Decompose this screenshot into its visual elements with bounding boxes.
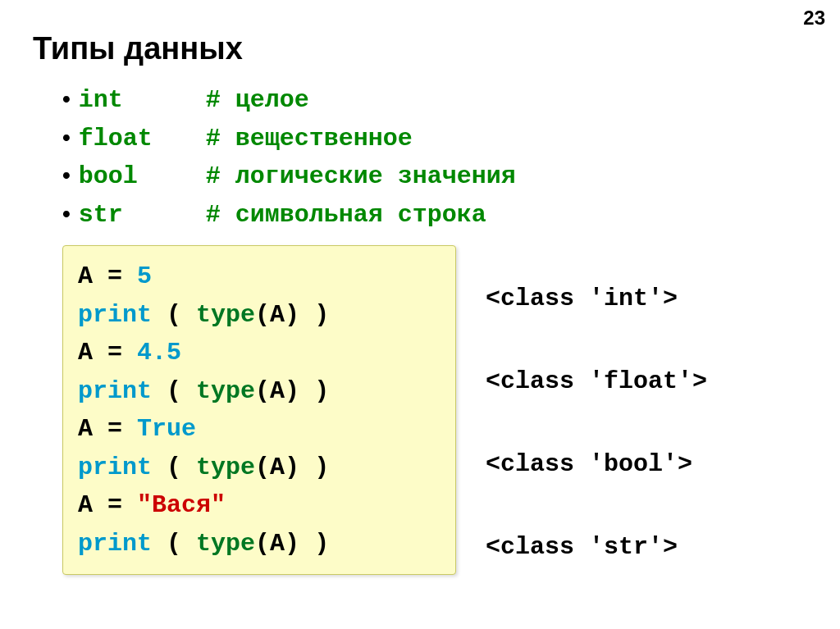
output-line: <class 'int'> <box>486 280 707 318</box>
code-line: print ( type(A) ) <box>78 449 441 487</box>
type-row: • float # вещественное <box>62 120 807 158</box>
type-keyword: int <box>79 81 206 120</box>
types-list: • int # целое • float # вещественное • b… <box>62 81 807 234</box>
output-line: <class 'str'> <box>486 528 707 567</box>
bullet-icon: • <box>62 120 71 155</box>
slide-title: Типы данных <box>33 31 807 66</box>
output-line: <class 'float'> <box>486 362 707 401</box>
output-block: <class 'int'> <class 'float'> <class 'bo… <box>456 245 707 575</box>
code-output-row: A = 5 print ( type(A) ) A = 4.5 print ( … <box>62 245 807 575</box>
type-comment: # символьная строка <box>206 196 486 235</box>
code-line: A = True <box>78 410 441 449</box>
bullet-icon: • <box>62 157 71 193</box>
type-comment: # вещественное <box>206 120 413 158</box>
type-row: • str # символьная строка <box>62 196 807 235</box>
code-line: print ( type(A) ) <box>78 372 441 411</box>
code-line: A = 4.5 <box>78 334 441 372</box>
page-number: 23 <box>803 7 825 30</box>
code-block: A = 5 print ( type(A) ) A = 4.5 print ( … <box>62 245 456 575</box>
type-row: • int # целое <box>62 81 807 120</box>
type-row: • bool # логические значения <box>62 157 807 196</box>
type-comment: # целое <box>206 81 309 120</box>
code-line: print ( type(A) ) <box>78 525 441 563</box>
type-keyword: float <box>79 120 206 158</box>
type-comment: # логические значения <box>206 157 516 196</box>
code-line: A = "Вася" <box>78 486 441 525</box>
output-line: <class 'bool'> <box>486 445 707 484</box>
type-keyword: str <box>79 196 206 235</box>
code-line: print ( type(A) ) <box>78 296 441 335</box>
code-line: A = 5 <box>78 258 441 296</box>
bullet-icon: • <box>62 81 71 116</box>
type-keyword: bool <box>79 157 206 196</box>
bullet-icon: • <box>62 196 71 231</box>
